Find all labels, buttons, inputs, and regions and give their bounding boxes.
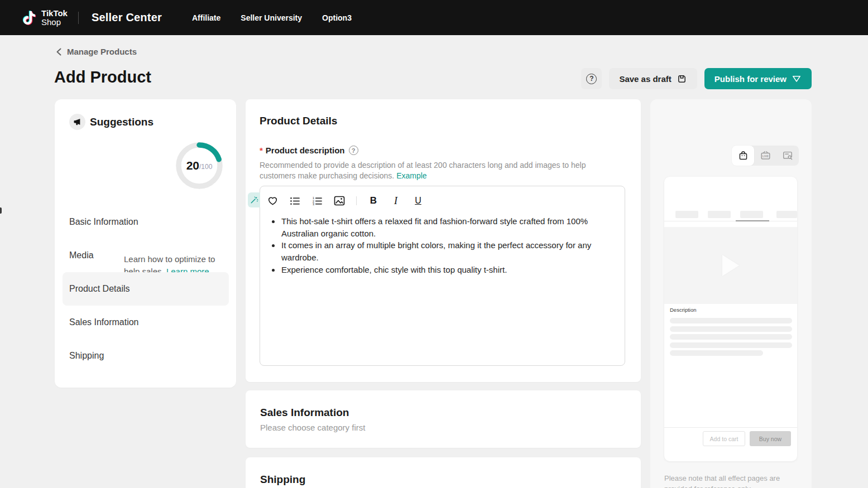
breadcrumb-label: Manage Products <box>67 47 137 56</box>
preview-panel: Preview ? Detail Page LIVE <box>650 99 812 488</box>
logo-wordmark: TikTok Shop <box>41 9 68 27</box>
underline-button[interactable]: U <box>407 191 429 211</box>
editor-toolbar: 1 2 3 B I U <box>260 186 625 211</box>
sidebar-item-sales-information[interactable]: Sales Information <box>63 306 229 339</box>
sidebar-item-shipping[interactable]: Shipping <box>63 339 229 373</box>
shopping-bag-icon <box>738 150 749 161</box>
suggestions-header: Suggestions <box>69 114 154 130</box>
mockup-tab-divider <box>664 221 797 221</box>
top-navbar: TikTok Shop Seller Center Affiliate Sell… <box>0 0 868 35</box>
optimization-score-ring: 20 /100 <box>175 141 224 190</box>
numbered-list-icon: 1 2 3 <box>312 196 323 206</box>
skeleton-tab <box>740 211 763 218</box>
skeleton-tab <box>675 211 698 218</box>
description-bullet: Experience comfortable, chic style with … <box>281 264 608 276</box>
skeleton-line <box>670 318 792 323</box>
bold-button[interactable]: B <box>362 191 385 211</box>
logo-text-shop: Shop <box>41 18 68 27</box>
skeleton-tab <box>776 211 797 218</box>
sidebar-item-media[interactable]: Media <box>63 239 229 272</box>
score-max: /100 <box>199 163 212 171</box>
description-bullet: It comes in an array of multiple bright … <box>281 239 608 263</box>
nav-item-option3[interactable]: Option3 <box>322 13 352 22</box>
example-link[interactable]: Example <box>396 171 426 180</box>
bullet-list-icon <box>290 196 300 206</box>
favorite-button[interactable] <box>261 191 284 211</box>
numbered-list-button[interactable]: 1 2 3 <box>306 191 328 211</box>
toolbar-divider <box>356 196 357 205</box>
bullet-list-button[interactable] <box>284 191 306 211</box>
mockup-description-label: Description <box>670 307 697 313</box>
publish-for-review-button[interactable]: Publish for review <box>704 68 812 89</box>
editor-content[interactable]: This hot-sale t-shirt offers a relaxed f… <box>260 211 625 276</box>
tab-detail-page[interactable] <box>732 146 754 166</box>
brand-divider <box>78 12 79 24</box>
description-bullet: This hot-sale t-shirt offers a relaxed f… <box>281 215 608 239</box>
skeleton-tab <box>708 211 731 218</box>
required-asterisk: * <box>260 146 263 155</box>
sidebar-item-basic-information[interactable]: Basic Information <box>63 205 229 239</box>
ai-assistant-tab[interactable] <box>248 192 260 207</box>
nav-item-affiliate[interactable]: Affiliate <box>192 13 220 22</box>
save-as-draft-button[interactable]: Save as draft <box>609 68 697 89</box>
sales-information-title: Sales Information <box>260 407 626 419</box>
svg-text:3: 3 <box>312 202 314 206</box>
insert-image-button[interactable] <box>328 191 351 211</box>
skeleton-line <box>670 350 763 356</box>
italic-button[interactable]: I <box>385 191 407 211</box>
mockup-footer-divider <box>664 427 797 428</box>
svg-text:LIVE: LIVE <box>763 155 769 158</box>
live-tv-icon: LIVE <box>760 150 771 161</box>
tiktok-logo-icon <box>22 10 36 26</box>
header-actions: ? Save as draft Publish for review <box>581 68 812 89</box>
publish-icon <box>792 74 802 84</box>
logo-text-tiktok: TikTok <box>41 8 68 18</box>
product-details-title: Product Details <box>260 115 337 127</box>
left-edge-artifact <box>0 207 2 214</box>
tab-live-page[interactable]: LIVE <box>754 146 776 166</box>
shipping-section: Shipping <box>246 457 641 488</box>
magic-wand-icon <box>250 196 258 204</box>
megaphone-icon <box>69 114 85 130</box>
question-icon: ? <box>586 74 597 84</box>
image-icon <box>334 196 345 206</box>
shipping-title: Shipping <box>260 473 626 486</box>
description-hint: Recommended to provide a description of … <box>260 160 620 181</box>
breadcrumb[interactable]: Manage Products <box>56 47 137 56</box>
save-as-draft-label: Save as draft <box>619 74 671 84</box>
description-editor[interactable]: 1 2 3 B I U This hot-sale t-shirt offe <box>260 186 625 366</box>
score-number: 20 <box>186 159 199 172</box>
app-title: Seller Center <box>92 11 162 24</box>
mockup-buy-now-button: Buy now <box>750 431 791 446</box>
publish-for-review-label: Publish for review <box>714 74 787 84</box>
preview-note: Please note that all effect pages are pr… <box>664 473 793 488</box>
brand: TikTok Shop Seller Center <box>22 9 162 27</box>
product-description-field-label: * Product description ? <box>260 146 358 155</box>
sales-information-section: Sales Information Please choose category… <box>246 390 641 448</box>
save-icon <box>677 74 687 84</box>
score-value: 20 /100 <box>175 141 224 190</box>
detail-page-mockup: Description Add to cart Buy now <box>664 177 797 461</box>
heart-icon <box>267 196 278 206</box>
sales-information-hint: Please choose category first <box>260 423 626 432</box>
product-details-section: Product Details * Product description ? … <box>246 99 641 382</box>
field-help-icon[interactable]: ? <box>349 146 358 155</box>
play-icon <box>722 255 739 276</box>
suggestions-menu: Basic Information Media Product Details … <box>63 205 229 373</box>
top-nav-links: Affiliate Seller University Option3 <box>192 13 352 22</box>
page-title: Add Product <box>54 68 151 86</box>
suggestions-panel: Suggestions Learn how to optimize to hel… <box>55 99 236 388</box>
mockup-video-area <box>664 227 797 304</box>
preview-mode-switcher: LIVE <box>732 146 799 166</box>
tab-search-page[interactable] <box>776 146 799 166</box>
suggestions-title: Suggestions <box>90 116 154 128</box>
mockup-add-to-cart-button: Add to cart <box>703 431 745 446</box>
sidebar-item-product-details[interactable]: Product Details <box>63 272 229 306</box>
skeleton-line <box>670 342 792 348</box>
chevron-left-icon <box>56 48 62 56</box>
page-search-icon <box>782 150 793 161</box>
help-button[interactable]: ? <box>581 68 602 89</box>
nav-item-seller-university[interactable]: Seller University <box>241 13 302 22</box>
mockup-active-tab-underline <box>736 220 769 221</box>
skeleton-line <box>670 334 792 340</box>
